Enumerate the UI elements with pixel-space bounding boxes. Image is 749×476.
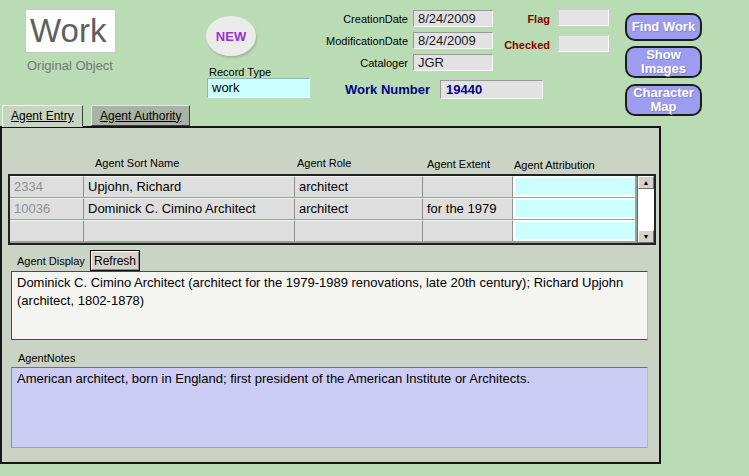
find-work-button[interactable]: Find Work: [625, 13, 702, 41]
agent-extent-cell[interactable]: for the 1979: [423, 198, 513, 219]
creation-date-label: CreationDate: [270, 13, 408, 25]
modification-date-label: ModificationDate: [270, 35, 408, 47]
column-header-agent-attribution: Agent Attribution: [514, 159, 595, 171]
agent-attribution-cell[interactable]: [513, 220, 635, 241]
record-type-label: Record Type: [209, 66, 271, 78]
agent-role-cell[interactable]: architect: [295, 198, 423, 219]
agent-role-cell[interactable]: architect: [295, 176, 423, 197]
agent-notes-field[interactable]: American architect, born in England; fir…: [11, 367, 648, 448]
tab-agent-entry[interactable]: Agent Entry: [2, 105, 83, 127]
column-header-agent-sort-name: Agent Sort Name: [95, 157, 179, 169]
work-number-label: Work Number: [345, 82, 430, 97]
checked-field[interactable]: [558, 35, 609, 52]
column-header-agent-role: Agent Role: [297, 157, 351, 169]
agent-id-cell[interactable]: [10, 220, 84, 241]
modification-date-field[interactable]: 8/24/2009: [413, 32, 493, 49]
record-subtitle: Original Object: [27, 58, 113, 73]
table-row: 10036 Dominick C. Cimino Architect archi…: [10, 198, 637, 219]
table-row: [10, 220, 637, 241]
record-type-field[interactable]: work: [207, 78, 310, 98]
agent-extent-cell[interactable]: [423, 220, 513, 241]
new-record-button[interactable]: NEW: [206, 16, 256, 56]
agent-display-label: Agent Display: [17, 255, 85, 267]
creation-date-field[interactable]: 8/24/2009: [413, 10, 493, 27]
agent-attribution-cell[interactable]: [513, 176, 635, 197]
flag-field[interactable]: [558, 9, 609, 26]
work-record-window: Work Original Object NEW Record Type wor…: [0, 0, 749, 476]
agent-role-cell[interactable]: [295, 220, 423, 241]
column-header-agent-extent: Agent Extent: [427, 158, 490, 170]
agent-notes-label: AgentNotes: [18, 352, 75, 364]
checked-label: Checked: [490, 39, 550, 51]
character-map-button[interactable]: Character Map: [625, 84, 702, 116]
flag-label: Flag: [500, 13, 550, 25]
table-row: 2334 Upjohn, Richard architect: [10, 176, 637, 197]
cataloger-field[interactable]: JGR: [413, 54, 493, 71]
work-number-field[interactable]: 19440: [440, 80, 543, 99]
agent-extent-cell[interactable]: [423, 176, 513, 197]
refresh-button[interactable]: Refresh: [90, 250, 140, 271]
show-images-button[interactable]: Show Images: [625, 46, 702, 78]
agent-id-cell[interactable]: 10036: [10, 198, 84, 219]
page-title: Work: [25, 9, 116, 53]
agent-sort-name-cell[interactable]: Dominick C. Cimino Architect: [84, 198, 295, 219]
agent-table: 2334 Upjohn, Richard architect 10036 Dom…: [8, 174, 656, 245]
tab-agent-authority[interactable]: Agent Authority: [91, 105, 190, 126]
agent-display-field[interactable]: Dominick C. Cimino Architect (architect …: [11, 271, 648, 340]
cataloger-label: Cataloger: [270, 57, 408, 69]
scroll-up-icon[interactable]: ▲: [638, 176, 654, 189]
table-scrollbar[interactable]: ▲ ▼: [637, 176, 654, 243]
agent-sort-name-cell[interactable]: Upjohn, Richard: [84, 176, 295, 197]
agent-table-rows: 2334 Upjohn, Richard architect 10036 Dom…: [10, 176, 637, 243]
agent-sort-name-cell[interactable]: [84, 220, 295, 241]
agent-id-cell[interactable]: 2334: [10, 176, 84, 197]
scroll-down-icon[interactable]: ▼: [638, 230, 654, 243]
agent-attribution-cell[interactable]: [513, 198, 635, 219]
